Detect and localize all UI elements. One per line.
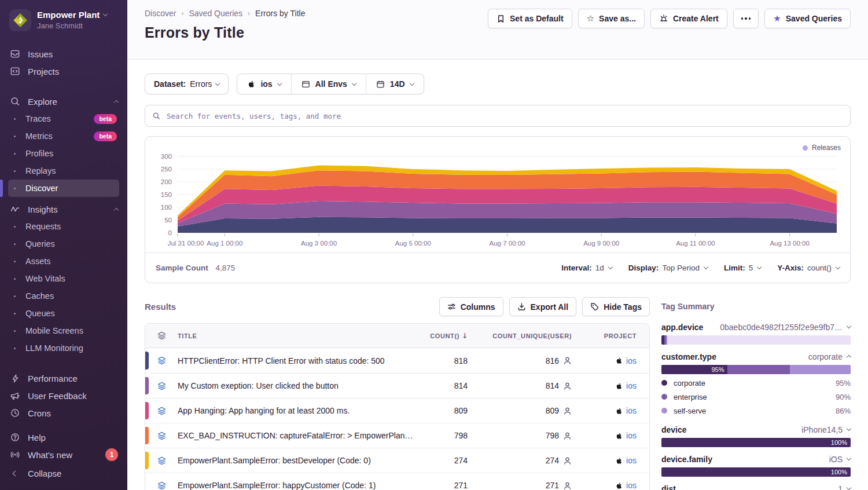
y-axis-selector[interactable]: Y-Axis: count()	[777, 264, 840, 272]
date-range-filter[interactable]: 14D	[366, 74, 424, 94]
tag-legend-row[interactable]: enterprise90%	[661, 390, 851, 404]
stacked-area-chart[interactable]: 050100150200250300Jul 31 00:00Aug 1 00:0…	[145, 137, 850, 253]
breadcrumb-saved-queries[interactable]: Saved Queries	[189, 9, 242, 18]
project-link[interactable]: ios	[626, 406, 637, 415]
sidebar-item-assets[interactable]: Assets	[8, 253, 119, 270]
sidebar-item-crons[interactable]: Crons	[0, 404, 127, 422]
sidebar-item-discover[interactable]: Discover	[8, 180, 119, 197]
count-value: 818	[413, 356, 483, 365]
beta-badge: beta	[94, 131, 117, 141]
breadcrumb-discover[interactable]: Discover	[145, 9, 176, 18]
export-all-button[interactable]: Export All	[509, 297, 577, 316]
sidebar-item-llm-monitoring[interactable]: LLM Monitoring	[8, 339, 119, 357]
sidebar-item-profiles[interactable]: Profiles	[8, 145, 119, 162]
sidebar-section-insights[interactable]: Insights	[0, 200, 127, 218]
sidebar-item-queues[interactable]: Queues	[8, 305, 119, 322]
page-title: Errors by Title	[145, 24, 305, 41]
project-link[interactable]: ios	[626, 481, 637, 490]
tag-header[interactable]: customer.typecorporate	[661, 352, 851, 361]
tag-name: device	[661, 425, 687, 434]
apple-icon	[615, 432, 623, 440]
chart-legend[interactable]: Releases	[803, 144, 841, 152]
set-as-default-button[interactable]: Set as Default	[488, 9, 572, 28]
tag-header[interactable]: deviceiPhone14,5	[661, 425, 851, 434]
saved-queries-button[interactable]: ★ Saved Queries	[764, 9, 851, 28]
interval-selector[interactable]: Interval: 1d	[561, 264, 612, 272]
bullet-dot	[9, 261, 20, 262]
table-row[interactable]: EmpowerPlant.SampleError: happyCustomer …	[145, 473, 649, 490]
sidebar-item-requests[interactable]: Requests	[8, 218, 119, 235]
table-row[interactable]: HTTPClientError: HTTP Client Error with …	[145, 348, 649, 373]
tag-sections: app.device0baebc0de4982f1255f2e9e9fb7…cu…	[661, 322, 851, 490]
search-input[interactable]	[165, 111, 843, 121]
tag-distribution-bar[interactable]: 100%	[661, 438, 851, 447]
column-header-project[interactable]: PROJECT	[587, 332, 649, 339]
sidebar-item-traces[interactable]: Tracesbeta	[8, 110, 119, 127]
tag-distribution-bar[interactable]: 95%	[661, 365, 851, 374]
org-switcher[interactable]: Empower Plant Jane Schmidt	[0, 8, 127, 38]
sidebar-collapse-button[interactable]: Collapse	[0, 465, 127, 482]
column-header-count-unique[interactable]: COUNT_UNIQUE(USER)	[483, 332, 587, 339]
sidebar-item-issues[interactable]: Issues	[0, 45, 127, 63]
tag-header[interactable]: dist1	[661, 484, 851, 490]
more-options-button[interactable]	[733, 9, 759, 28]
table-row[interactable]: My Custom exeption: User clicked the but…	[145, 373, 649, 398]
project-filter[interactable]: ios	[237, 74, 290, 94]
sidebar-item-performance[interactable]: Performance	[0, 370, 127, 387]
sidebar-item-caches[interactable]: Caches	[8, 287, 119, 305]
stack-icon[interactable]	[145, 356, 178, 365]
apple-icon	[615, 407, 623, 415]
stack-icon[interactable]	[145, 432, 178, 440]
stack-icon	[157, 481, 166, 490]
limit-selector[interactable]: Limit: 5	[724, 264, 761, 272]
table-row[interactable]: App Hanging: App hanging for at least 20…	[145, 398, 649, 423]
stack-icon[interactable]	[145, 456, 178, 465]
columns-button[interactable]: Columns	[439, 297, 503, 316]
svg-text:300: 300	[161, 153, 172, 160]
sidebar-item-queries[interactable]: Queries	[8, 235, 119, 253]
environment-filter[interactable]: All Envs	[291, 74, 366, 94]
project-link[interactable]: ios	[626, 431, 637, 440]
hide-tags-button[interactable]: Hide Tags	[582, 297, 650, 316]
sidebar-item-user-feedback[interactable]: User Feedback	[0, 387, 127, 404]
tag-distribution-bar[interactable]: 100%	[661, 467, 851, 477]
tag-header[interactable]: app.device0baebc0de4982f1255f2e9e9fb7…	[661, 322, 851, 332]
stack-icon[interactable]	[145, 382, 178, 390]
sidebar-section-explore[interactable]: Explore	[0, 93, 127, 110]
search-bar[interactable]	[145, 105, 851, 127]
column-header-title[interactable]: TITLE	[178, 332, 413, 339]
sidebar-item-web-vitals[interactable]: Web Vitals	[8, 270, 119, 287]
tag-value-text: corporate	[808, 352, 843, 361]
sidebar-item-mobile-screens[interactable]: Mobile Screens	[8, 322, 119, 339]
stack-icon[interactable]	[145, 481, 178, 490]
count-unique-number: 816	[546, 356, 559, 365]
display-selector[interactable]: Display: Top Period	[628, 264, 708, 272]
sidebar-item-whats-new[interactable]: What's new 1	[0, 446, 127, 463]
tag-distribution-bar[interactable]	[661, 335, 851, 345]
user-icon	[563, 456, 572, 465]
sidebar-item-help[interactable]: Help	[0, 429, 127, 446]
tag-name: app.device	[661, 323, 703, 332]
sidebar-item-projects[interactable]: Projects	[0, 63, 127, 80]
project-link[interactable]: ios	[626, 456, 637, 465]
tag-name: dist	[661, 484, 676, 490]
create-alert-button[interactable]: Create Alert	[650, 9, 727, 28]
dataset-selector[interactable]: Dataset: Errors	[145, 74, 229, 94]
column-header-count[interactable]: COUNT()↓	[413, 332, 483, 340]
sample-count-value: 4,875	[216, 264, 236, 272]
tag-top-value: 0baebc0de4982f1255f2e9e9fb7…	[720, 323, 851, 332]
table-row[interactable]: EXC_BAD_INSTRUCTION: captureFatalError: …	[145, 423, 649, 448]
tag-legend-row[interactable]: self-serve86%	[661, 404, 851, 418]
project-link[interactable]: ios	[626, 381, 637, 390]
stack-column-icon[interactable]	[145, 331, 178, 340]
series-color-bar	[145, 402, 149, 419]
project-link[interactable]: ios	[626, 356, 637, 365]
sidebar-item-metrics[interactable]: Metricsbeta	[8, 127, 119, 145]
apple-icon	[615, 457, 623, 465]
table-row[interactable]: EmpowerPlant.SampleError: bestDeveloper …	[145, 448, 649, 473]
tag-legend-row[interactable]: corporate95%	[661, 376, 851, 390]
save-as-button[interactable]: ☆ Save as...	[578, 9, 645, 28]
sidebar-item-replays[interactable]: Replays	[8, 162, 119, 180]
stack-icon[interactable]	[145, 407, 178, 415]
tag-header[interactable]: device.familyiOS	[661, 454, 851, 464]
